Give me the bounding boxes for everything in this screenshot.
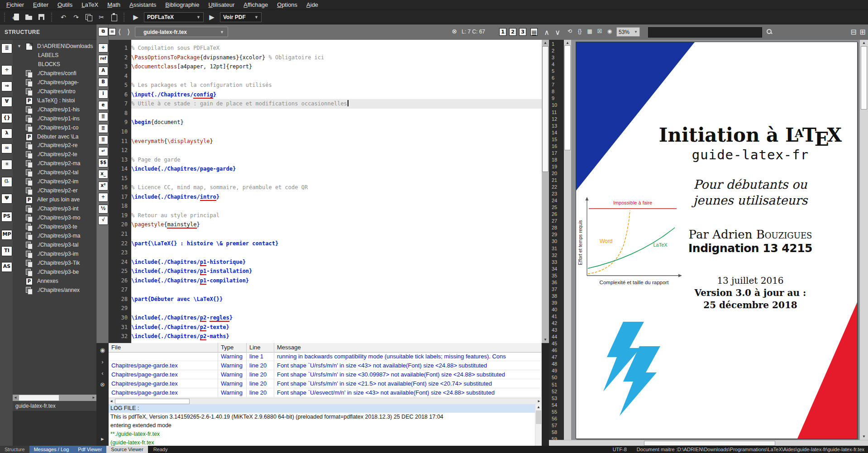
log-cell-type[interactable]: Warning [218, 352, 247, 361]
caret-down-icon[interactable]: ▼ [17, 42, 21, 51]
code-line[interactable] [131, 127, 542, 137]
tree-item[interactable]: ./Chapitres/p3-ma [13, 231, 96, 240]
pdf-page-number[interactable]: 26 [552, 211, 557, 218]
new-file-icon[interactable] [11, 12, 22, 23]
scrollbar-thumb[interactable] [564, 45, 571, 150]
menu-item-outils[interactable]: Outils [53, 0, 77, 10]
pdf-page-number[interactable]: 18 [552, 157, 557, 163]
code-line[interactable] [131, 146, 542, 155]
code-line[interactable]: \part{\LaTeX{} : histoire \& premier con… [131, 239, 542, 248]
code-line[interactable] [131, 285, 542, 295]
log-line[interactable]: entering extended mode [109, 421, 542, 430]
open-folder-icon[interactable] [24, 12, 34, 23]
log-cell-line[interactable]: line 1 [247, 352, 274, 361]
toolbar-grip[interactable] [4, 13, 7, 22]
pdf-page-number[interactable]: 48 [552, 361, 557, 367]
bookmark-3-icon[interactable]: 3 [519, 28, 526, 36]
menu-item-latex[interactable]: LaTeX [77, 0, 103, 10]
tree-item[interactable]: ./Chapitres/p2-im [13, 177, 96, 186]
clear-icon[interactable]: ⊗ [96, 381, 109, 388]
code-line[interactable]: % Licence CC, mind map, sommaire, préamb… [131, 183, 542, 192]
search-icon[interactable] [766, 28, 773, 35]
pdf-page-number[interactable]: 52 [552, 388, 557, 395]
log-vscrollbar[interactable]: ▲ [535, 404, 542, 446]
itemize-icon[interactable]: ≣ [98, 112, 108, 121]
detach-icon[interactable]: ⧉ [98, 27, 108, 36]
code-line[interactable]: \include{./Chapitres/p1-compilation} [131, 276, 542, 286]
view-run-icon[interactable]: ▶ [206, 12, 217, 23]
code-line[interactable]: \include{./Chapitres/p2-texte} [131, 323, 542, 332]
log-cell-file[interactable]: Chapitres/page-garde.tex [109, 370, 218, 379]
pdf-hscrollbar[interactable] [549, 440, 868, 446]
statusbar-tab-messages-log[interactable]: Messages / Log [29, 446, 74, 453]
pdf-page-number[interactable]: 20 [552, 170, 557, 177]
subscript-icon[interactable]: x_ [98, 170, 108, 179]
fraction-icon[interactable]: ½ [98, 205, 108, 214]
pdf-page-number[interactable]: 40 [552, 306, 557, 313]
divide-icon[interactable]: ÷ [1, 65, 12, 75]
pdf-page-number[interactable]: 56 [552, 415, 557, 422]
tree-item[interactable]: ./Chapitres/p3-int [13, 204, 96, 213]
pdf-page-number[interactable]: 59 [552, 436, 557, 440]
paste-icon[interactable] [109, 12, 119, 23]
log-line[interactable]: LOG FILE : [109, 404, 542, 413]
pdf-page-number[interactable]: 55 [552, 409, 557, 415]
view-pdf-select[interactable]: Voir PDF▼ [220, 12, 262, 22]
pdf-page-number[interactable]: 7 [552, 81, 554, 88]
code-line[interactable] [131, 174, 542, 183]
close-box-icon[interactable]: ☒ [596, 28, 604, 36]
tree-item[interactable]: ./Chapitres/p2-er [13, 186, 96, 195]
brackets-icon[interactable]: (]. [1, 177, 12, 187]
tree-item[interactable]: PAller plus loin ave [13, 195, 96, 204]
code-editor[interactable]: % Compilation sous PDFLaTeX\PassOptionsT… [131, 40, 542, 343]
menu-item-editer[interactable]: Editer [29, 0, 53, 10]
status-encoding[interactable]: UTF-8 [613, 446, 627, 453]
pdf-page-number[interactable]: 33 [552, 259, 557, 266]
pdf-page-number[interactable]: 29 [552, 231, 557, 238]
pdf-page-number[interactable]: 38 [552, 293, 557, 300]
code-line[interactable]: \include{./Chapitres/p2-regles} [131, 313, 542, 323]
open-file-tab-select[interactable]: guide-latex-fr.tex▼ [135, 27, 228, 37]
tree-item[interactable]: ./Chapitres/p3-be [13, 267, 96, 277]
tree-item[interactable]: ./Chapitres/p3-tal [13, 240, 96, 249]
code-line[interactable]: \include{./Chapitres/p2-maths} [131, 332, 542, 341]
toolbar-grip[interactable] [124, 13, 126, 22]
tree-item[interactable]: P\LaTeX{} : histoi [13, 96, 96, 105]
tree-item[interactable]: ./Chapitres/p3-Tik [13, 258, 96, 267]
code-line[interactable] [131, 304, 542, 313]
log-cell-line[interactable]: line 20 [247, 361, 274, 370]
pdf-page-list[interactable]: 1234567891011121314151617181920212223242… [549, 40, 564, 440]
new-block-icon[interactable]: + [98, 43, 108, 52]
pdf-page-number[interactable]: 21 [552, 177, 557, 184]
redo-icon[interactable]: ↷ [71, 12, 81, 23]
tree-item[interactable]: ./Chapitres/p1-ins [13, 114, 96, 123]
pdf-page-number[interactable]: 22 [552, 184, 557, 191]
pdf-page-number[interactable]: 17 [552, 150, 557, 157]
pdf-page-number[interactable]: 58 [552, 429, 557, 436]
menu-item-affichage[interactable]: Affichage [239, 0, 272, 10]
pdf-page-number[interactable]: 19 [552, 163, 557, 170]
person-icon[interactable]: Ψ [1, 194, 12, 204]
statusbar-tab-structure[interactable]: Structure [0, 446, 29, 453]
menu-item-fichier[interactable]: Fichier [2, 0, 29, 10]
pdf-viewer[interactable]: Initiation à LATEX guide-latex-fr Pour d… [571, 40, 860, 440]
pdf-page-number[interactable]: 13 [552, 123, 557, 129]
line-list-icon[interactable]: ≣ [530, 28, 538, 36]
code-line[interactable]: % Compilation sous PDFLaTeX [131, 43, 542, 53]
scrollbar-thumb[interactable] [115, 399, 190, 404]
log-cell-message[interactable]: running in backwards compatibility mode … [274, 352, 542, 361]
pdf-page-number[interactable]: 23 [552, 191, 557, 197]
log-hscrollbar[interactable]: ◄► [109, 398, 542, 405]
pdf-page-number[interactable]: 51 [552, 381, 557, 388]
pdf-page-number[interactable]: 35 [552, 272, 557, 279]
pdf-page-number[interactable]: 27 [552, 218, 557, 224]
pdf-zoom-select[interactable]: 53%▼ [616, 27, 640, 37]
structure-hscrollbar[interactable]: ◄► [13, 395, 96, 401]
code-line[interactable] [131, 109, 542, 118]
divide-icon[interactable]: ÷ [98, 193, 108, 202]
save-icon[interactable] [36, 12, 47, 23]
tree-item[interactable]: ./Chapitres/p1-his [13, 105, 96, 114]
tree-item[interactable]: PDébuter avec \La [13, 132, 96, 141]
statusbar-tab-source-viewer[interactable]: Source Viewer [106, 446, 148, 453]
pdf-vscrollbar[interactable]: ▲ ▼ [860, 40, 868, 440]
